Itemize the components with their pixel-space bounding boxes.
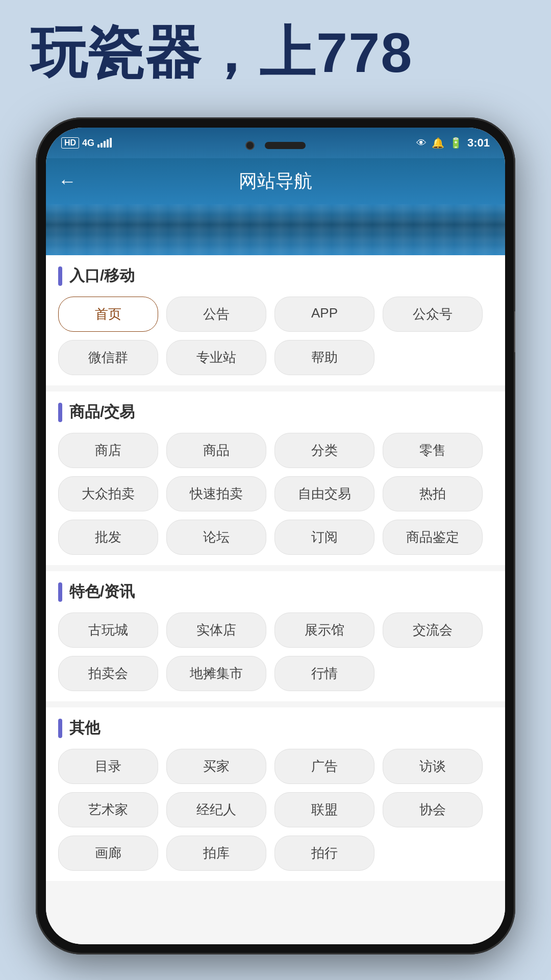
bar1	[97, 144, 99, 148]
tag-行情[interactable]: 行情	[274, 656, 374, 691]
tag-实体店[interactable]: 实体店	[166, 612, 266, 648]
tag-协会[interactable]: 协会	[383, 792, 483, 827]
section-features-title-text: 特色/资讯	[69, 581, 135, 602]
section-features-title: 特色/资讯	[58, 581, 493, 602]
tag-热拍[interactable]: 热拍	[383, 476, 483, 511]
phone-frame: HD 4G 👁 🔔 🔋 3:01 ← 网站导航	[36, 117, 515, 954]
speaker	[265, 142, 306, 149]
back-button[interactable]: ←	[58, 170, 77, 192]
tag-APP[interactable]: APP	[274, 297, 374, 332]
bar3	[104, 141, 106, 148]
tag-论坛[interactable]: 论坛	[166, 520, 266, 555]
side-button	[514, 311, 515, 352]
section-goods: 商品/交易商店商品分类零售大众拍卖快速拍卖自由交易热拍批发论坛订阅商品鉴定	[46, 391, 505, 565]
camera-dot	[245, 141, 255, 150]
tag-艺术家[interactable]: 艺术家	[58, 792, 158, 827]
tag-分类[interactable]: 分类	[274, 433, 374, 468]
time-display: 3:01	[467, 136, 490, 150]
section-entry: 入口/移动首页公告APP公众号微信群专业站帮助	[46, 255, 505, 385]
header-title: 网站导航	[239, 169, 312, 194]
tag-公告[interactable]: 公告	[166, 297, 266, 332]
section-accent	[58, 719, 62, 738]
signal-bars	[97, 138, 112, 148]
tag-商店[interactable]: 商店	[58, 433, 158, 468]
tag-交流会[interactable]: 交流会	[383, 612, 483, 648]
battery-icon: 🔋	[449, 137, 462, 149]
tag-拍库[interactable]: 拍库	[166, 836, 266, 871]
ocean-background	[46, 204, 505, 255]
camera-area	[230, 138, 321, 153]
signal-text: 4G	[82, 138, 94, 149]
tag-订阅[interactable]: 订阅	[274, 520, 374, 555]
tag-拍行[interactable]: 拍行	[274, 836, 374, 871]
status-right: 👁 🔔 🔋 3:01	[416, 136, 490, 150]
tag-自由交易[interactable]: 自由交易	[274, 476, 374, 511]
section-goods-tags: 商店商品分类零售大众拍卖快速拍卖自由交易热拍批发论坛订阅商品鉴定	[58, 433, 493, 555]
section-accent	[58, 582, 62, 602]
section-other-tags: 目录买家广告访谈艺术家经纪人联盟协会画廊拍库拍行	[58, 749, 493, 871]
tag-买家[interactable]: 买家	[166, 749, 266, 784]
tag-画廊[interactable]: 画廊	[58, 836, 158, 871]
bar4	[107, 139, 109, 148]
tag-商品鉴定[interactable]: 商品鉴定	[383, 520, 483, 555]
tag-地摊集市[interactable]: 地摊集市	[166, 656, 266, 691]
section-goods-title-text: 商品/交易	[69, 402, 135, 423]
phone-screen: HD 4G 👁 🔔 🔋 3:01 ← 网站导航	[46, 128, 505, 944]
tag-商品[interactable]: 商品	[166, 433, 266, 468]
tag-经纪人[interactable]: 经纪人	[166, 792, 266, 827]
section-entry-title: 入口/移动	[58, 265, 493, 286]
section-other: 其他目录买家广告访谈艺术家经纪人联盟协会画廊拍库拍行	[46, 707, 505, 881]
bell-icon: 🔔	[432, 137, 444, 149]
section-entry-tags: 首页公告APP公众号微信群专业站帮助	[58, 297, 493, 375]
tag-帮助[interactable]: 帮助	[274, 340, 374, 375]
tag-联盟[interactable]: 联盟	[274, 792, 374, 827]
status-left: HD 4G	[61, 137, 112, 149]
tag-微信群[interactable]: 微信群	[58, 340, 158, 375]
background-title: 玩瓷器，上778	[31, 15, 413, 91]
tag-访谈[interactable]: 访谈	[383, 749, 483, 784]
tag-专业站[interactable]: 专业站	[166, 340, 266, 375]
hd-badge: HD	[61, 137, 79, 149]
section-other-title-text: 其他	[69, 718, 100, 739]
section-accent	[58, 403, 62, 422]
tag-展示馆[interactable]: 展示馆	[274, 612, 374, 648]
tag-大众拍卖[interactable]: 大众拍卖	[58, 476, 158, 511]
section-features-tags: 古玩城实体店展示馆交流会拍卖会地摊集市行情	[58, 612, 493, 691]
tag-古玩城[interactable]: 古玩城	[58, 612, 158, 648]
section-features: 特色/资讯古玩城实体店展示馆交流会拍卖会地摊集市行情	[46, 571, 505, 701]
tag-首页[interactable]: 首页	[58, 297, 158, 332]
tag-批发[interactable]: 批发	[58, 520, 158, 555]
tag-拍卖会[interactable]: 拍卖会	[58, 656, 158, 691]
bar2	[101, 143, 103, 148]
tag-广告[interactable]: 广告	[274, 749, 374, 784]
section-goods-title: 商品/交易	[58, 402, 493, 423]
app-header: ← 网站导航	[46, 158, 505, 204]
tag-快速拍卖[interactable]: 快速拍卖	[166, 476, 266, 511]
bar5	[110, 138, 112, 148]
tag-目录[interactable]: 目录	[58, 749, 158, 784]
eye-icon: 👁	[416, 137, 427, 149]
section-accent	[58, 266, 62, 286]
tag-零售[interactable]: 零售	[383, 433, 483, 468]
section-other-title: 其他	[58, 718, 493, 739]
content-scroll[interactable]: 入口/移动首页公告APP公众号微信群专业站帮助商品/交易商店商品分类零售大众拍卖…	[46, 255, 505, 944]
tag-公众号[interactable]: 公众号	[383, 297, 483, 332]
section-entry-title-text: 入口/移动	[69, 265, 135, 286]
